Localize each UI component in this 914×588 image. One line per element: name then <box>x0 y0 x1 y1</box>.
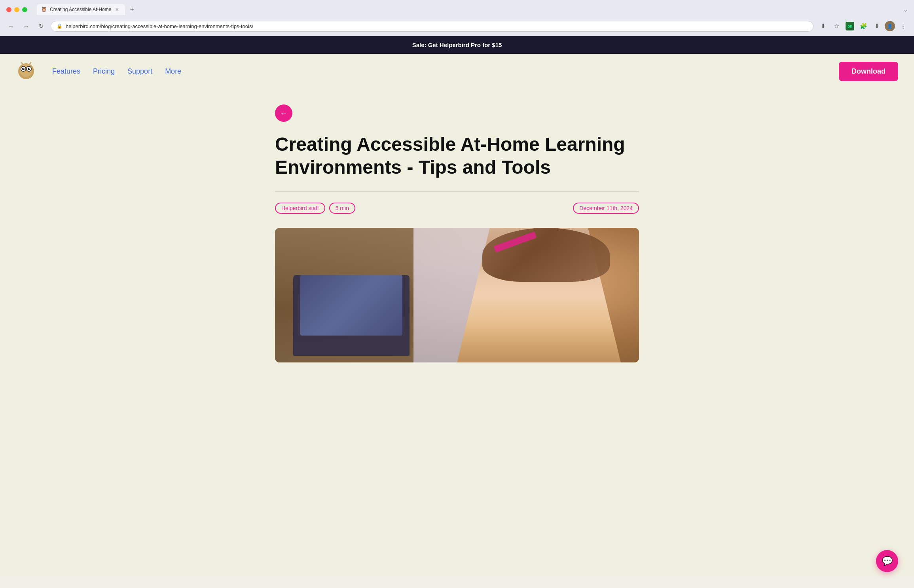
browser-titlebar: 🦉 Creating Accessible At-Home ✕ + ⌄ <box>0 0 914 18</box>
download-button[interactable]: ⬇ <box>871 21 882 32</box>
logo-icon <box>16 60 36 81</box>
article-hero-image <box>275 228 639 362</box>
tab-expand-button[interactable]: ⌄ <box>903 7 908 13</box>
url-display: helperbird.com/blog/creating-accessible-… <box>66 23 808 29</box>
profile-button[interactable]: 👤 <box>885 21 895 31</box>
website-content: Sale: Get Helperbird Pro for $15 <box>0 36 914 577</box>
nav-pricing-link[interactable]: Pricing <box>93 67 115 76</box>
promo-text: Sale: Get Helperbird Pro for $15 <box>412 42 502 48</box>
hair-detail <box>482 228 610 282</box>
nav-download-button[interactable]: Download <box>839 62 898 81</box>
toolbar-actions: ⬇ ☆ on 🧩 ⬇ 👤 ⋮ <box>817 21 908 32</box>
article-meta: Helperbird staff 5 min December 11th, 20… <box>275 203 639 214</box>
security-icon: 🔒 <box>57 23 63 29</box>
active-tab[interactable]: 🦉 Creating Accessible At-Home ✕ <box>37 4 125 15</box>
address-bar[interactable]: 🔒 helperbird.com/blog/creating-accessibl… <box>51 21 813 32</box>
svg-marker-11 <box>21 62 23 64</box>
nav-left: Features Pricing Support More <box>16 60 181 82</box>
meta-tags: Helperbird staff 5 min <box>275 203 355 214</box>
tab-title: Creating Accessible At-Home <box>50 7 111 12</box>
back-to-blog-button[interactable]: ← <box>275 104 292 122</box>
nav-features-link[interactable]: Features <box>52 67 80 76</box>
author-tag: Helperbird staff <box>275 203 325 214</box>
close-window-button[interactable] <box>6 7 11 12</box>
article-divider <box>275 191 639 192</box>
menu-button[interactable]: ⋮ <box>897 21 908 32</box>
read-time-tag: 5 min <box>329 203 355 214</box>
image-background <box>275 228 639 362</box>
new-tab-button[interactable]: + <box>127 6 137 14</box>
tab-close-button[interactable]: ✕ <box>114 7 119 12</box>
svg-marker-12 <box>29 62 32 64</box>
browser-toolbar: ← → ↻ 🔒 helperbird.com/blog/creating-acc… <box>0 18 914 36</box>
nav-links: Features Pricing Support More <box>52 67 181 76</box>
svg-point-8 <box>23 68 24 68</box>
laptop-screen-bg <box>300 275 402 336</box>
nav-support-link[interactable]: Support <box>127 67 152 76</box>
maximize-window-button[interactable] <box>22 7 27 12</box>
article-title: Creating Accessible At-Home Learning Env… <box>275 133 631 178</box>
site-logo[interactable] <box>16 60 36 82</box>
forward-button[interactable]: → <box>21 21 32 32</box>
back-button[interactable]: ← <box>6 21 17 32</box>
browser-chrome: 🦉 Creating Accessible At-Home ✕ + ⌄ ← → … <box>0 0 914 36</box>
extensions-button[interactable]: 🧩 <box>858 21 869 32</box>
window-controls <box>6 7 27 12</box>
reload-button[interactable]: ↻ <box>36 21 47 32</box>
chat-widget-button[interactable]: 💬 <box>876 550 898 572</box>
svg-point-9 <box>29 68 30 68</box>
bookmark-button[interactable]: ☆ <box>831 21 842 32</box>
helperbird-extension-icon[interactable]: on <box>844 21 855 32</box>
minimize-window-button[interactable] <box>14 7 19 12</box>
chat-icon: 💬 <box>882 556 893 566</box>
tab-favicon: 🦉 <box>41 6 47 13</box>
back-arrow-icon: ← <box>280 109 288 118</box>
extension-badge: on <box>846 22 854 30</box>
nav-more-link[interactable]: More <box>165 67 181 76</box>
site-navigation: Features Pricing Support More Download <box>0 54 914 89</box>
screenshot-button[interactable]: ⬇ <box>817 21 829 32</box>
publish-date-tag: December 11th, 2024 <box>573 203 639 214</box>
main-content: ← Creating Accessible At-Home Learning E… <box>267 89 647 378</box>
tab-bar: 🦉 Creating Accessible At-Home ✕ + ⌄ <box>37 4 908 15</box>
promo-banner[interactable]: Sale: Get Helperbird Pro for $15 <box>0 36 914 54</box>
